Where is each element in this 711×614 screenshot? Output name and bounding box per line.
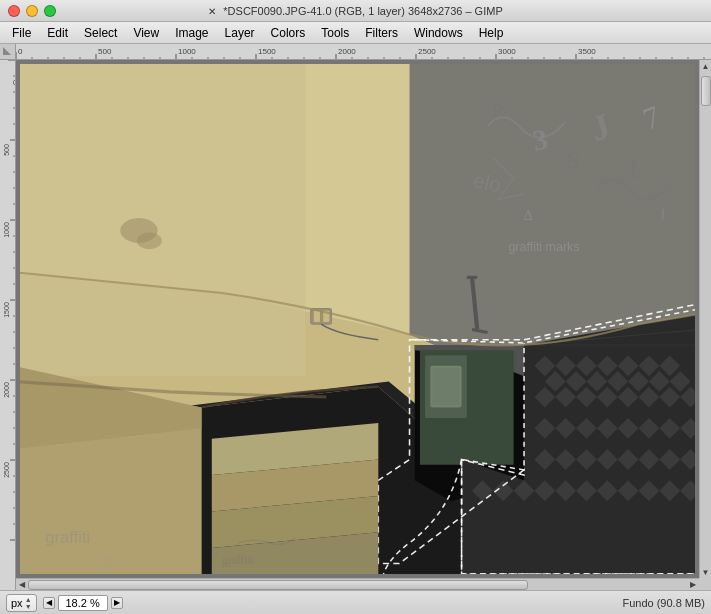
svg-text:3000: 3000 xyxy=(498,47,516,56)
menu-colors[interactable]: Colors xyxy=(263,24,314,42)
svg-text:2500: 2500 xyxy=(3,462,10,478)
menu-bar: File Edit Select View Image Layer Colors… xyxy=(0,22,711,44)
svg-text:∆: ∆ xyxy=(524,207,533,223)
svg-text:graffiti marks: graffiti marks xyxy=(508,240,579,254)
horizontal-ruler: 0 500 1000 1500 2000 2500 3000 3500 xyxy=(16,44,711,60)
scroll-left-button[interactable]: ◀ xyxy=(16,579,28,590)
svg-rect-115 xyxy=(432,368,459,405)
main-content: 0 xyxy=(0,60,711,590)
svg-text:2500: 2500 xyxy=(418,47,436,56)
svg-text:3500: 3500 xyxy=(578,47,596,56)
layer-info: Fundo (90.8 MB) xyxy=(129,597,705,609)
unit-up-arrow[interactable]: ▲ xyxy=(25,596,32,603)
close-button[interactable] xyxy=(8,5,20,17)
zoom-display: ◀ 18.2 % ▶ xyxy=(43,595,123,611)
svg-text:S: S xyxy=(565,147,580,173)
window-controls[interactable] xyxy=(8,5,56,17)
title-bar: ✕ *DSCF0090.JPG-41.0 (RGB, 1 layer) 3648… xyxy=(0,0,711,22)
zoom-increase-button[interactable]: ▶ xyxy=(111,597,123,609)
maximize-button[interactable] xyxy=(44,5,56,17)
svg-text:1500: 1500 xyxy=(258,47,276,56)
svg-text:500: 500 xyxy=(3,144,10,156)
unit-selector[interactable]: px ▲ ▼ xyxy=(6,594,37,612)
scroll-corner xyxy=(699,578,711,590)
svg-text:2000: 2000 xyxy=(3,382,10,398)
scroll-up-button[interactable]: ▲ xyxy=(700,60,711,72)
scroll-right-button[interactable]: ▶ xyxy=(687,579,699,590)
ruler-row: 0 500 1000 1500 2000 2500 3000 3500 xyxy=(0,44,711,60)
svg-rect-91 xyxy=(20,64,305,376)
menu-layer[interactable]: Layer xyxy=(217,24,263,42)
vertical-scroll-thumb[interactable] xyxy=(701,76,711,106)
ruler-corner xyxy=(0,44,16,60)
svg-text:0: 0 xyxy=(18,47,23,56)
menu-image[interactable]: Image xyxy=(167,24,216,42)
canvas-with-scrollbars: 3 S J L P elo 7 I ∆ graffiti marks xyxy=(16,60,711,590)
photo-canvas: 3 S J L P elo 7 I ∆ graffiti marks xyxy=(20,64,695,574)
svg-text:500: 500 xyxy=(98,47,112,56)
svg-text:1500: 1500 xyxy=(3,302,10,318)
svg-text:graffiti: graffiti xyxy=(45,528,90,547)
menu-view[interactable]: View xyxy=(125,24,167,42)
status-bar: px ▲ ▼ ◀ 18.2 % ▶ Fundo (90.8 MB) xyxy=(0,590,711,614)
menu-help[interactable]: Help xyxy=(471,24,512,42)
unit-arrows[interactable]: ▲ ▼ xyxy=(25,596,32,610)
vertical-ruler: 0 xyxy=(0,60,16,590)
horizontal-scroll-thumb[interactable] xyxy=(28,580,528,590)
svg-point-93 xyxy=(137,233,162,250)
svg-text:tags: tags xyxy=(97,553,117,567)
menu-filters[interactable]: Filters xyxy=(357,24,406,42)
unit-label: px xyxy=(11,597,23,609)
menu-file[interactable]: File xyxy=(4,24,39,42)
canvas-inner[interactable]: 3 S J L P elo 7 I ∆ graffiti marks xyxy=(16,60,699,578)
unit-display[interactable]: px ▲ ▼ xyxy=(6,594,37,612)
minimize-button[interactable] xyxy=(26,5,38,17)
unit-down-arrow[interactable]: ▼ xyxy=(25,603,32,610)
svg-text:1000: 1000 xyxy=(3,222,10,238)
scrollbar-track xyxy=(28,579,687,590)
menu-tools[interactable]: Tools xyxy=(313,24,357,42)
menu-select[interactable]: Select xyxy=(76,24,125,42)
svg-text:1000: 1000 xyxy=(178,47,196,56)
menu-windows[interactable]: Windows xyxy=(406,24,471,42)
svg-text:2000: 2000 xyxy=(338,47,356,56)
window-title: ✕ *DSCF0090.JPG-41.0 (RGB, 1 layer) 3648… xyxy=(208,5,502,17)
app-icon: ✕ xyxy=(208,6,216,17)
zoom-value: 18.2 % xyxy=(58,595,108,611)
scroll-down-button[interactable]: ▼ xyxy=(700,566,711,578)
zoom-decrease-button[interactable]: ◀ xyxy=(43,597,55,609)
vertical-scrollbar[interactable]: ▲ ▼ xyxy=(699,60,711,578)
svg-text:graffiti: graffiti xyxy=(222,554,254,567)
horizontal-scrollbar[interactable]: ◀ ▶ xyxy=(16,578,699,590)
menu-edit[interactable]: Edit xyxy=(39,24,76,42)
svg-rect-106 xyxy=(314,311,320,322)
